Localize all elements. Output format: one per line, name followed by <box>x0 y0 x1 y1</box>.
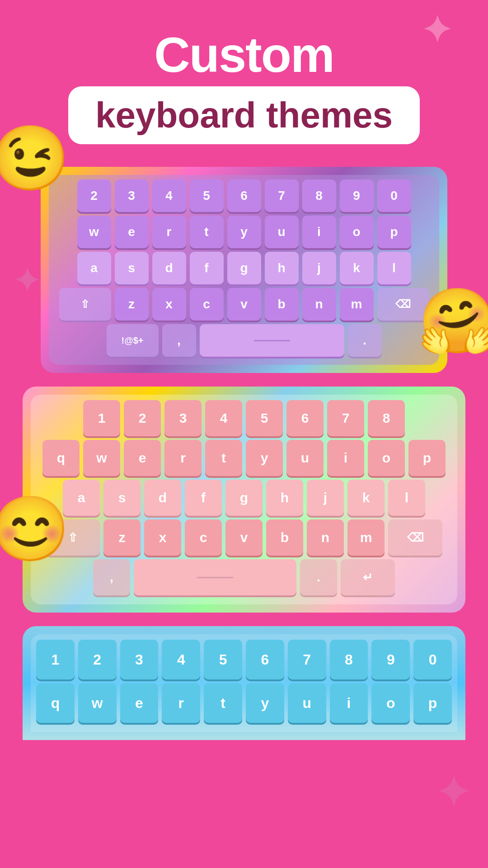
pink-key-r[interactable]: r <box>164 440 202 476</box>
pink-key-4[interactable]: 4 <box>205 400 242 436</box>
pink-key-d[interactable]: d <box>144 480 181 516</box>
pink-key-e[interactable]: e <box>124 440 161 476</box>
blue-key-t[interactable]: t <box>204 683 242 723</box>
blue-key-p[interactable]: p <box>413 683 452 723</box>
key-0[interactable]: 0 <box>377 179 411 212</box>
key-5[interactable]: 5 <box>190 179 224 212</box>
pink-key-7[interactable]: 7 <box>327 400 364 436</box>
blue-key-7[interactable]: 7 <box>288 640 326 679</box>
key-h[interactable]: h <box>265 252 299 284</box>
key-x[interactable]: x <box>152 288 186 321</box>
pink-key-k[interactable]: k <box>347 480 385 516</box>
key-t[interactable]: t <box>190 216 224 248</box>
key-p[interactable]: p <box>377 216 411 248</box>
pink-key-x[interactable]: x <box>144 519 181 556</box>
pink-key-m[interactable]: m <box>347 519 385 556</box>
key-6[interactable]: 6 <box>227 179 261 212</box>
key-w[interactable]: w <box>77 216 111 248</box>
pink-key-u[interactable]: u <box>286 440 324 476</box>
key-comma[interactable]: , <box>162 324 196 357</box>
key-n[interactable]: n <box>302 288 336 321</box>
pink-key-s[interactable]: s <box>103 480 141 516</box>
key-g[interactable]: g <box>227 252 261 284</box>
pink-key-h[interactable]: h <box>266 480 303 516</box>
pink-key-o[interactable]: o <box>368 440 405 476</box>
pink-key-comma[interactable]: , <box>93 559 130 595</box>
pink-key-w[interactable]: w <box>83 440 120 476</box>
pink-key-enter[interactable]: ↵ <box>341 559 395 595</box>
pink-key-z[interactable]: z <box>103 519 141 556</box>
key-c[interactable]: c <box>190 288 224 321</box>
blue-key-9[interactable]: 9 <box>371 640 410 679</box>
key-8[interactable]: 8 <box>302 179 336 212</box>
pink-key-y[interactable]: y <box>246 440 283 476</box>
pink-key-b[interactable]: b <box>266 519 303 556</box>
key-l[interactable]: l <box>377 252 411 284</box>
pink-key-period[interactable]: . <box>300 559 337 595</box>
pink-key-1[interactable]: 1 <box>83 400 120 436</box>
blue-key-0[interactable]: 0 <box>413 640 452 679</box>
blue-key-2[interactable]: 2 <box>78 640 117 679</box>
pink-key-3[interactable]: 3 <box>164 400 202 436</box>
pink-key-2[interactable]: 2 <box>124 400 161 436</box>
key-y[interactable]: y <box>227 216 261 248</box>
blue-key-o[interactable]: o <box>371 683 410 723</box>
pink-key-i[interactable]: i <box>327 440 364 476</box>
pink-key-v[interactable]: v <box>225 519 263 556</box>
pink-key-f[interactable]: f <box>185 480 222 516</box>
pink-key-8[interactable]: 8 <box>368 400 405 436</box>
pink-key-5[interactable]: 5 <box>246 400 283 436</box>
key-period[interactable]: . <box>348 324 382 357</box>
purple-row-asdf: a s d f g h j k l <box>53 252 435 284</box>
key-a[interactable]: a <box>77 252 111 284</box>
pink-key-t[interactable]: t <box>205 440 242 476</box>
blue-key-u[interactable]: u <box>288 683 326 723</box>
pink-key-delete[interactable]: ⌫ <box>388 519 442 556</box>
key-b[interactable]: b <box>265 288 299 321</box>
key-d[interactable]: d <box>152 252 186 284</box>
key-f[interactable]: f <box>190 252 224 284</box>
blue-key-3[interactable]: 3 <box>120 640 159 679</box>
key-symbols[interactable]: !@$+ <box>107 324 159 357</box>
pink-key-c[interactable]: c <box>185 519 222 556</box>
key-o[interactable]: o <box>340 216 374 248</box>
blue-key-i[interactable]: i <box>330 683 368 723</box>
blue-key-e[interactable]: e <box>120 683 159 723</box>
pink-key-n[interactable]: n <box>307 519 344 556</box>
key-k[interactable]: k <box>340 252 374 284</box>
blue-key-y[interactable]: y <box>246 683 284 723</box>
pink-key-l[interactable]: l <box>388 480 425 516</box>
key-2[interactable]: 2 <box>77 179 111 212</box>
key-s[interactable]: s <box>115 252 149 284</box>
pink-key-p[interactable]: p <box>408 440 446 476</box>
keyboard-purple: 2 3 4 5 6 7 8 9 0 w e r t y u <box>41 167 447 373</box>
key-z[interactable]: z <box>115 288 149 321</box>
key-9[interactable]: 9 <box>340 179 374 212</box>
key-m[interactable]: m <box>340 288 374 321</box>
key-j[interactable]: j <box>302 252 336 284</box>
key-shift[interactable]: ⇧ <box>59 288 111 321</box>
key-space[interactable] <box>200 324 344 357</box>
blue-key-8[interactable]: 8 <box>330 640 368 679</box>
key-4[interactable]: 4 <box>152 179 186 212</box>
blue-key-q[interactable]: q <box>36 683 75 723</box>
blue-key-w[interactable]: w <box>78 683 117 723</box>
keyboard-pink-wrapper: 1 2 3 4 5 6 7 8 q w e r t y u <box>23 387 465 613</box>
key-u[interactable]: u <box>265 216 299 248</box>
pink-key-6[interactable]: 6 <box>286 400 324 436</box>
key-v[interactable]: v <box>227 288 261 321</box>
pink-key-q[interactable]: q <box>42 440 80 476</box>
blue-key-r[interactable]: r <box>162 683 200 723</box>
key-7[interactable]: 7 <box>265 179 299 212</box>
pink-key-j[interactable]: j <box>307 480 344 516</box>
blue-key-6[interactable]: 6 <box>246 640 284 679</box>
key-3[interactable]: 3 <box>115 179 149 212</box>
key-e[interactable]: e <box>115 216 149 248</box>
blue-key-5[interactable]: 5 <box>204 640 242 679</box>
key-i[interactable]: i <box>302 216 336 248</box>
pink-key-g[interactable]: g <box>225 480 263 516</box>
blue-key-4[interactable]: 4 <box>162 640 200 679</box>
pink-key-space[interactable] <box>134 559 296 595</box>
blue-key-1[interactable]: 1 <box>36 640 75 679</box>
key-r[interactable]: r <box>152 216 186 248</box>
